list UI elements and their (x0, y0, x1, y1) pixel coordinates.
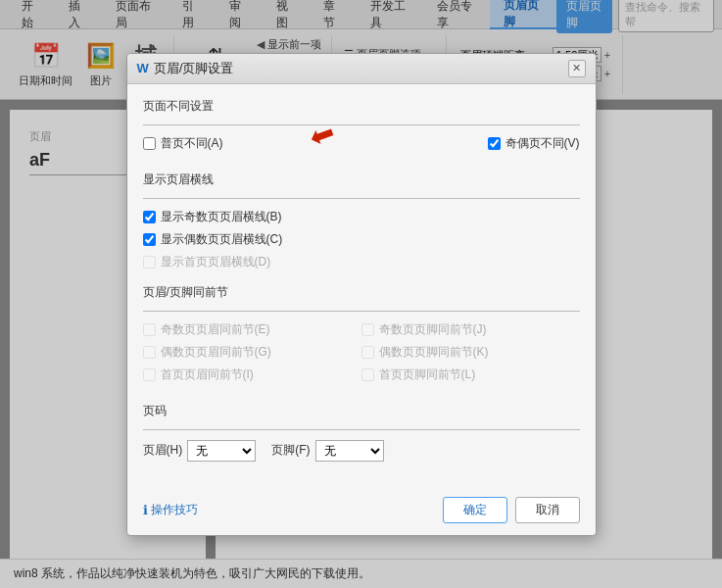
same-prev-columns: 奇数页页眉同前节(E) 偶数页页眉同前节(G) 首页页眉同前节(I) (143, 321, 580, 389)
dialog-footer: ℹ 操作技巧 确定 取消 (127, 489, 596, 535)
footer-code-select[interactable]: 无 (315, 440, 384, 462)
dialog-titlebar: W 页眉/页脚设置 ✕ (127, 54, 596, 84)
odd-header-prev-label: 奇数页页眉同前节(E) (161, 321, 270, 338)
first-footer-prev-row: 首页页脚同前节(L) (361, 367, 580, 383)
first-header-prev-row: 首页页眉同前节(I) (143, 367, 361, 383)
footer-page-code-item: 页脚(F) 无 (271, 440, 383, 462)
even-header-prev-row: 偶数页页眉同前节(G) (143, 344, 361, 361)
app-background: 开始 插入 页面布局 引用 审阅 视图 章节 开发工具 会员专享 页眉页脚 页眉… (0, 0, 722, 588)
checkbox-even-hline-row: 显示偶数页页眉横线(C) (143, 231, 580, 248)
pufirst-label[interactable]: 普页不同(A) (161, 135, 223, 152)
odd-hline-checkbox[interactable] (143, 211, 156, 223)
even-hline-label[interactable]: 显示偶数页页眉横线(C) (161, 231, 283, 248)
dialog-close-button[interactable]: ✕ (568, 60, 586, 77)
dialog-header-footer-settings: W 页眉/页脚设置 ✕ 页面不同设置 普页不同(A) (126, 53, 597, 536)
odd-header-prev-checkbox (143, 323, 156, 336)
section-page-diff: 页面不同设置 普页不同(A) ➡ 奇偶页不同(V) (143, 98, 580, 158)
section1-header: 页面不同设置 (143, 98, 580, 117)
header-code-select[interactable]: 无 (187, 440, 256, 462)
info-icon: ℹ (143, 503, 148, 517)
odd-footer-prev-row: 奇数页页脚同前节(J) (361, 321, 580, 338)
red-arrow-indicator: ➡ (304, 114, 338, 154)
pufirst-checkbox[interactable] (143, 137, 156, 150)
section3-header: 页眉/页脚同前节 (143, 284, 580, 303)
first-hline-label: 显示首页页眉横线(D) (161, 254, 271, 270)
tips-link[interactable]: ℹ 操作技巧 (143, 502, 198, 518)
odd-footer-prev-label: 奇数页页脚同前节(J) (379, 321, 487, 338)
first-header-prev-label: 首页页眉同前节(I) (161, 367, 254, 383)
section-page-number: 页码 页眉(H) 无 页脚(F) 无 (143, 403, 580, 462)
section2-header: 显示页眉横线 (143, 172, 580, 190)
header-code-label: 页眉(H) (143, 442, 183, 459)
even-footer-prev-row: 偶数页页脚同前节(K) (361, 344, 580, 361)
checkbox-pufirst-row: 普页不同(A) (143, 135, 223, 152)
section4-header: 页码 (143, 403, 580, 421)
dialog-overlay: W 页眉/页脚设置 ✕ 页面不同设置 普页不同(A) (0, 0, 722, 588)
ok-button[interactable]: 确定 (443, 497, 507, 523)
checkbox-first-hline-row: 显示首页页眉横线(D) (143, 254, 580, 270)
header-page-code-item: 页眉(H) 无 (143, 440, 257, 462)
first-header-prev-checkbox (143, 368, 156, 381)
oddeven-label[interactable]: 奇偶页不同(V) (505, 135, 580, 152)
even-footer-prev-checkbox (361, 346, 374, 359)
odd-header-prev-row: 奇数页页眉同前节(E) (143, 321, 361, 338)
page-code-section: 页眉(H) 无 页脚(F) 无 (143, 440, 580, 462)
even-header-prev-label: 偶数页页眉同前节(G) (161, 344, 271, 361)
same-prev-col1: 奇数页页眉同前节(E) 偶数页页眉同前节(G) 首页页眉同前节(I) (143, 321, 361, 389)
footer-code-label: 页脚(F) (271, 442, 310, 459)
even-header-prev-checkbox (143, 346, 156, 359)
same-prev-col2: 奇数页页脚同前节(J) 偶数页页脚同前节(K) 首页页脚同前节(L) (361, 321, 580, 389)
even-footer-prev-label: 偶数页页脚同前节(K) (379, 344, 489, 361)
section-header-line: 显示页眉横线 显示奇数页页眉横线(B) 显示偶数页页眉横线(C) 显示首页页眉横… (143, 172, 580, 270)
dialog-body: 页面不同设置 普页不同(A) ➡ 奇偶页不同(V) (127, 84, 596, 489)
oddeven-checkbox[interactable] (488, 137, 501, 150)
checkbox-oddeven-row: 奇偶页不同(V) (488, 135, 580, 152)
even-hline-checkbox[interactable] (143, 233, 156, 246)
odd-hline-label[interactable]: 显示奇数页页眉横线(B) (161, 209, 282, 225)
odd-footer-prev-checkbox (361, 323, 374, 336)
first-footer-prev-label: 首页页脚同前节(L) (379, 367, 476, 383)
first-hline-checkbox (143, 256, 156, 269)
section-same-prev: 页眉/页脚同前节 奇数页页眉同前节(E) 偶数页页眉同前节(G) (143, 284, 580, 389)
first-footer-prev-checkbox (361, 368, 374, 381)
dialog-title-icon: W (137, 61, 149, 75)
cancel-button[interactable]: 取消 (515, 497, 580, 523)
dialog-title: W 页眉/页脚设置 (137, 60, 234, 77)
checkbox-odd-hline-row: 显示奇数页页眉横线(B) (143, 209, 580, 225)
